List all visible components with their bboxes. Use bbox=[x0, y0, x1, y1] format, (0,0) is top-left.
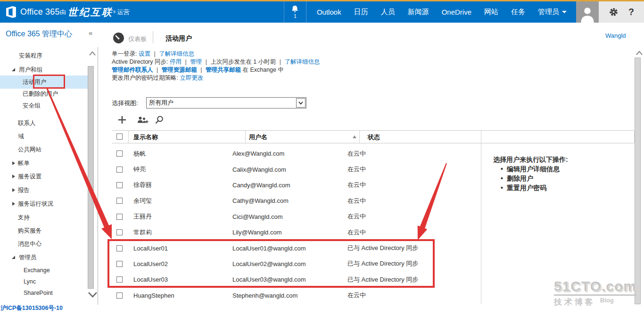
watermark-51cto: 51CTO.com 技术博客 Blog bbox=[554, 278, 636, 308]
collapsed-triangle-icon[interactable] bbox=[12, 188, 15, 192]
cell-display-name: 常群莉 bbox=[123, 228, 229, 237]
sidebar-item-purchase[interactable]: 购买服务 bbox=[18, 226, 41, 235]
cell-display-name: 余珂玺 bbox=[123, 197, 229, 205]
collapsed-triangle-icon[interactable] bbox=[12, 175, 15, 178]
expanded-triangle-icon[interactable] bbox=[12, 256, 15, 259]
sidebar-item-support[interactable]: 支持 bbox=[18, 213, 30, 222]
table-row[interactable]: 钟亮 Calix@Wangld.com 在云中 bbox=[112, 161, 481, 177]
select-all-checkbox[interactable] bbox=[116, 133, 123, 140]
expanded-triangle-icon[interactable] bbox=[12, 68, 15, 71]
icp-license-link[interactable]: 沪ICP备13015306号-10 bbox=[0, 304, 63, 312]
nav-tasks[interactable]: 任务 bbox=[511, 8, 525, 17]
sidebar-collapse-button[interactable]: « bbox=[89, 29, 92, 37]
tenant-name-link[interactable]: Wangld bbox=[605, 32, 626, 39]
table-row-synced[interactable]: LocalUser01 LocalUser01@wangld.com 已与 Ac… bbox=[112, 240, 481, 256]
sidebar-scroll-down-icon[interactable] bbox=[88, 291, 97, 300]
help-button[interactable]: ? bbox=[628, 7, 634, 17]
table-row[interactable]: 常群莉 Lily@Wangld.com 在云中 bbox=[112, 225, 481, 240]
sidebar-item-users-groups[interactable]: 用户和组 bbox=[19, 65, 42, 75]
table-row[interactable]: 余珂玺 Cathy@Wangld.com 在云中 bbox=[112, 193, 481, 209]
ad-sync-manage-link[interactable]: 管理 bbox=[190, 58, 202, 65]
alerts-button[interactable]: 1 bbox=[284, 1, 306, 23]
user-avatar[interactable] bbox=[576, 1, 599, 23]
sidebar-item-contacts[interactable]: 联系人 bbox=[18, 118, 36, 128]
nav-outlook[interactable]: Outlook bbox=[317, 8, 341, 16]
sidebar-divider bbox=[98, 47, 98, 305]
sidebar-item-active-users[interactable]: 活动用户 bbox=[23, 77, 46, 87]
bulk-add-users-button[interactable] bbox=[137, 117, 149, 126]
separator: | bbox=[155, 67, 160, 73]
sidebar-item-lync[interactable]: Lync bbox=[24, 277, 36, 286]
bullet: • bbox=[501, 175, 503, 182]
sidebar-item-reports[interactable]: 报告 bbox=[18, 185, 30, 195]
row-checkbox[interactable] bbox=[116, 198, 123, 204]
sidebar-item-domains[interactable]: 域 bbox=[18, 132, 24, 141]
nav-onedrive[interactable]: OneDrive bbox=[442, 8, 471, 16]
panel-left-border bbox=[481, 131, 481, 304]
row-checkbox[interactable] bbox=[116, 214, 123, 220]
manage-shared-mailboxes-link[interactable]: 管理共享邮箱 bbox=[206, 67, 241, 73]
nav-sites[interactable]: 网站 bbox=[484, 8, 498, 17]
column-header-display-name[interactable]: 显示名称 bbox=[133, 133, 158, 142]
sidebar-item-security-groups[interactable]: 安全组 bbox=[23, 101, 41, 110]
sidebar-scroll-up-icon[interactable] bbox=[89, 49, 96, 58]
sso-settings-link[interactable]: 设置 bbox=[139, 50, 150, 57]
page-scroll-up-icon[interactable] bbox=[636, 49, 643, 57]
sidebar-item-service-health[interactable]: 服务运行状况 bbox=[18, 199, 53, 209]
sidebar-item-public-website[interactable]: 公共网站 bbox=[18, 145, 41, 154]
sidebar-item-sharepoint[interactable]: SharePoint bbox=[24, 288, 53, 298]
separator: | bbox=[152, 50, 157, 57]
page-scrollbar-thumb[interactable] bbox=[635, 58, 641, 304]
manage-mail-contacts-link[interactable]: 管理邮件联系人 bbox=[112, 67, 153, 73]
ad-sync-learn-more-link[interactable]: 了解详细信息 bbox=[285, 58, 320, 65]
ad-sync-deactivate-link[interactable]: 停用 bbox=[170, 58, 182, 65]
sidebar-item-billing[interactable]: 帐单 bbox=[18, 158, 30, 168]
sidebar-item-service-settings[interactable]: 服务设置 bbox=[18, 172, 41, 181]
table-row[interactable]: HuangStephen Stephenh@wangld.com 在云中 bbox=[112, 288, 481, 303]
table-row-synced[interactable]: LocalUser02 LocalUser02@wangld.com 已与 Ac… bbox=[112, 256, 481, 272]
cell-status: 在云中 bbox=[339, 165, 366, 174]
collapsed-triangle-icon[interactable] bbox=[12, 202, 15, 206]
watermark-blog: Blog bbox=[600, 297, 614, 304]
view-select-dropdown[interactable]: 所有用户 bbox=[146, 97, 306, 108]
column-header-status[interactable]: 状态 bbox=[368, 133, 380, 142]
sidebar-item-admin[interactable]: 管理员 bbox=[19, 253, 37, 262]
cell-display-name: 王丽丹 bbox=[123, 212, 229, 221]
manage-resource-mailboxes-link[interactable]: 管理资源邮箱 bbox=[162, 67, 197, 73]
column-header-username[interactable]: 用户名 bbox=[249, 133, 267, 142]
table-row[interactable]: 徐蓉丽 Candy@Wangld.com 在云中 bbox=[112, 177, 481, 193]
add-user-button[interactable] bbox=[118, 116, 126, 126]
nav-newsfeed[interactable]: 新闻源 bbox=[408, 8, 429, 17]
nav-calendar[interactable]: 日历 bbox=[354, 8, 368, 17]
table-row[interactable]: 王丽丹 Cici@Wangld.com 在云中 bbox=[112, 209, 481, 225]
page-title: 活动用户 bbox=[165, 34, 192, 43]
row-checkbox[interactable] bbox=[116, 182, 123, 188]
settings-gear-button[interactable] bbox=[609, 7, 619, 17]
nav-people[interactable]: 人员 bbox=[381, 8, 395, 17]
row-checkbox[interactable] bbox=[116, 150, 123, 157]
cell-username: Cathy@Wangld.com bbox=[229, 197, 339, 204]
breadcrumb-dashboard[interactable]: 仪表板 bbox=[128, 35, 147, 43]
table-row-synced[interactable]: LocalUser03 LocalUser03@wangld.com 已与 Ac… bbox=[112, 272, 481, 287]
row-checkbox[interactable] bbox=[116, 229, 123, 235]
row-checkbox[interactable] bbox=[116, 276, 123, 283]
sso-learn-more-link[interactable]: 了解详细信息 bbox=[159, 50, 194, 57]
row-checkbox[interactable] bbox=[116, 167, 123, 173]
sidebar-item-message-center[interactable]: 消息中心 bbox=[18, 239, 41, 249]
cell-username: LocalUser02@wangld.com bbox=[229, 260, 339, 267]
sidebar-scrollbar-thumb[interactable] bbox=[88, 66, 94, 289]
row-checkbox[interactable] bbox=[116, 261, 123, 267]
row-checkbox[interactable] bbox=[116, 292, 123, 299]
sidebar-item-exchange[interactable]: Exchange bbox=[24, 266, 50, 275]
row-checkbox[interactable] bbox=[116, 245, 123, 251]
table-row[interactable]: 杨帆 Alex@Wangld.com 在云中 bbox=[112, 146, 481, 161]
nav-admin-dropdown[interactable]: 管理员 bbox=[538, 8, 567, 17]
sidebar-item-deleted-users[interactable]: 已删除的用户 bbox=[23, 89, 58, 99]
search-users-button[interactable] bbox=[155, 116, 164, 126]
change-now-link[interactable]: 立即更改 bbox=[180, 75, 203, 81]
sidebar-item-setup[interactable]: 安装程序 bbox=[19, 51, 42, 60]
cell-status: 在云中 bbox=[339, 181, 366, 189]
select-arrow-button[interactable] bbox=[296, 98, 305, 108]
cell-display-name: 钟亮 bbox=[123, 165, 229, 174]
collapsed-triangle-icon[interactable] bbox=[12, 161, 15, 165]
